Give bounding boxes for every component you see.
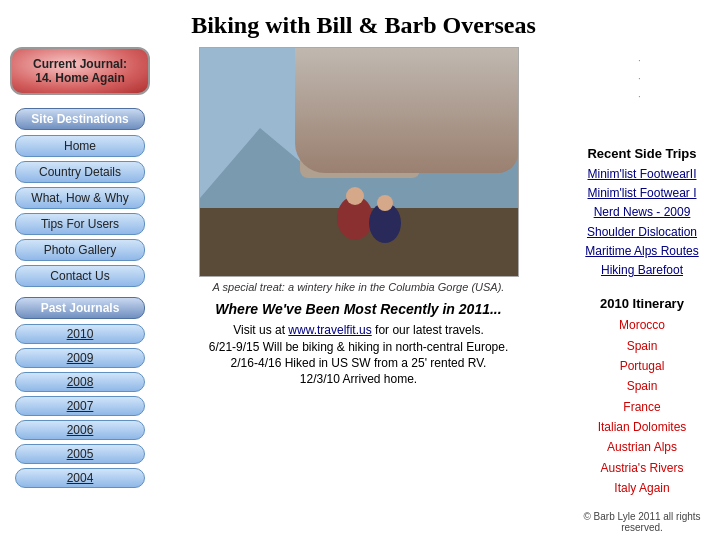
right-panel: ··· Recent Side Trips Minim'list Footwea… [557, 47, 727, 538]
svg-rect-2 [300, 48, 420, 178]
nav-contact-us[interactable]: Contact Us [15, 265, 145, 287]
svg-marker-3 [300, 48, 420, 83]
itinerary-portugal[interactable]: Portugal [620, 356, 665, 376]
recent-trip-4[interactable]: Shoulder Dislocation [587, 223, 697, 242]
visit-prefix: Visit us at [233, 323, 288, 337]
itinerary-austrian-alps[interactable]: Austrian Alps [607, 437, 677, 457]
current-journal-label: Current Journal: [33, 57, 127, 71]
itinerary-spain-1[interactable]: Spain [627, 336, 658, 356]
recent-trips-title: Recent Side Trips [587, 146, 696, 161]
nav-tips-for-users[interactable]: Tips For Users [15, 213, 145, 235]
travelfit-link[interactable]: www.travelfit.us [288, 323, 371, 337]
copyright-text: © Barb Lyle 2011 all rights reserved. [565, 511, 719, 533]
trip-line-1: 6/21-9/15 Will be biking & hiking in nor… [180, 340, 537, 354]
nav-photo-gallery[interactable]: Photo Gallery [15, 239, 145, 261]
decoration-dots: ··· [638, 52, 646, 106]
recent-trip-5[interactable]: Maritime Alps Routes [585, 242, 698, 261]
svg-point-6 [346, 187, 364, 205]
itinerary-italian-dolomites[interactable]: Italian Dolomites [598, 417, 687, 437]
itinerary-title: 2010 Itinerary [600, 296, 684, 311]
year-2009[interactable]: 2009 [15, 348, 145, 368]
main-content: A special treat: a wintery hike in the C… [160, 47, 557, 538]
itinerary-france[interactable]: France [623, 397, 660, 417]
sidebar: Current Journal: 14. Home Again Site Des… [0, 47, 160, 538]
itinerary-austrias-rivers[interactable]: Austria's Rivers [601, 458, 684, 478]
page-title: Biking with Bill & Barb Overseas [0, 0, 727, 47]
site-destinations-label: Site Destinations [15, 108, 145, 130]
visit-suffix: for our latest travels. [372, 323, 484, 337]
visit-text: Visit us at www.travelfit.us for our lat… [180, 323, 537, 337]
itinerary-morocco[interactable]: Morocco [619, 315, 665, 335]
main-photo [199, 47, 519, 277]
past-journals-label: Past Journals [15, 297, 145, 319]
svg-point-8 [377, 195, 393, 211]
year-2010[interactable]: 2010 [15, 324, 145, 344]
year-2008[interactable]: 2008 [15, 372, 145, 392]
recent-trip-1[interactable]: Minim'list FootwearII [588, 165, 697, 184]
recent-trip-6[interactable]: Hiking Barefoot [601, 261, 683, 280]
nav-what-how-why[interactable]: What, How & Why [15, 187, 145, 209]
trip-line-2: 2/16-4/16 Hiked in US SW from a 25' rent… [180, 356, 537, 370]
nav-country-details[interactable]: Country Details [15, 161, 145, 183]
year-2005[interactable]: 2005 [15, 444, 145, 464]
trip-line-3: 12/3/10 Arrived home. [180, 372, 537, 386]
current-journal-button[interactable]: Current Journal: 14. Home Again [10, 47, 150, 95]
photo-caption: A special treat: a wintery hike in the C… [213, 281, 505, 293]
where-been-title: Where We've Been Most Recently in 2011..… [180, 301, 537, 317]
current-journal-value: 14. Home Again [35, 71, 125, 85]
year-2007[interactable]: 2007 [15, 396, 145, 416]
year-2004[interactable]: 2004 [15, 468, 145, 488]
recent-trip-2[interactable]: Minim'list Footwear I [588, 184, 697, 203]
nav-home[interactable]: Home [15, 135, 145, 157]
recent-trip-3[interactable]: Nerd News - 2009 [594, 203, 691, 222]
photo-area: A special treat: a wintery hike in the C… [170, 47, 547, 293]
itinerary-italy-again[interactable]: Italy Again [614, 478, 669, 498]
itinerary-spain-2[interactable]: Spain [627, 376, 658, 396]
year-2006[interactable]: 2006 [15, 420, 145, 440]
main-text-area: Where We've Been Most Recently in 2011..… [170, 301, 547, 388]
